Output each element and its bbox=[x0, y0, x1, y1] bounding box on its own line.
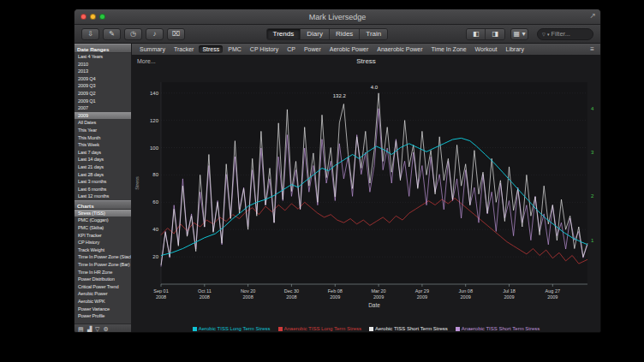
stress-chart[interactable]: 204060801001201401234Sep 012008Oct 11200… bbox=[132, 67, 601, 323]
tab-stress[interactable]: Stress bbox=[199, 45, 223, 53]
sidebar-item-last-28-days[interactable]: Last 28 days bbox=[75, 171, 131, 179]
import-activity-button[interactable]: ⇩ bbox=[81, 28, 99, 40]
sidebar-item-2009[interactable]: 2009 bbox=[75, 112, 131, 120]
svg-text:4.0: 4.0 bbox=[371, 85, 379, 90]
legend-swatch bbox=[456, 327, 460, 331]
sidebar-item-pmc-coggan[interactable]: PMC (Coggan) bbox=[75, 217, 131, 224]
sidebar-item-time-in-power-zone-bar[interactable]: Time In Power Zone (Bar) bbox=[75, 261, 131, 269]
sidebar-item-power-distribution[interactable]: Power Distribution bbox=[75, 276, 131, 283]
sidebar-item-last-14-days[interactable]: Last 14 days bbox=[75, 156, 131, 163]
sidebar-sections: Date RangesLast 4 Years201020132009 Q420… bbox=[75, 44, 131, 323]
tab-aerobic-power[interactable]: Aerobic Power bbox=[326, 45, 373, 53]
legend-swatch bbox=[369, 327, 373, 331]
svg-text:Date: Date bbox=[368, 302, 380, 308]
tab-library[interactable]: Library bbox=[503, 45, 528, 53]
svg-text:2: 2 bbox=[591, 193, 594, 199]
sidebar-item-track-weight[interactable]: Track Weight bbox=[75, 246, 131, 254]
filter-panel-icon[interactable]: ▽ bbox=[95, 326, 99, 332]
sidebar-item-this-year[interactable]: This Year bbox=[75, 127, 131, 134]
tab-time-in-zone[interactable]: Time In Zone bbox=[428, 45, 470, 53]
tab-tracker[interactable]: Tracker bbox=[170, 45, 197, 53]
window-title: Mark Liversedge bbox=[309, 13, 367, 21]
svg-text:2009: 2009 bbox=[461, 294, 471, 300]
sidebar-item-time-in-power-zone-stacked[interactable]: Time In Power Zone (Stacked) bbox=[75, 253, 131, 261]
legend-item-aerobic-tiss-short-term-stress[interactable]: Aerobic TISS Short Term Stress bbox=[369, 326, 448, 331]
timer-button[interactable]: ◷ bbox=[124, 28, 142, 40]
tab-anaerobic-power[interactable]: Anaerobic Power bbox=[373, 45, 426, 53]
view-train[interactable]: Train bbox=[360, 29, 387, 39]
sidebar-section-charts[interactable]: Charts bbox=[75, 200, 131, 210]
svg-text:80: 80 bbox=[152, 172, 158, 177]
tab-cp-history[interactable]: CP History bbox=[247, 45, 282, 53]
tabbar: SummaryTrackerStressPMCCP HistoryCPPower… bbox=[132, 44, 600, 56]
sidebar-item-power-profile[interactable]: Power Profile bbox=[75, 312, 131, 320]
tab-summary[interactable]: Summary bbox=[136, 45, 169, 53]
sidebar-item-last-21-days[interactable]: Last 21 days bbox=[75, 163, 131, 171]
sidebar-item-this-month[interactable]: This Month bbox=[75, 134, 131, 142]
legend-label: Aerobic TISS Short Term Stress bbox=[375, 326, 448, 331]
calendar-panel-icon[interactable]: ▤ bbox=[78, 326, 84, 332]
sidebar-item-2009-q2[interactable]: 2009 Q2 bbox=[75, 90, 131, 98]
filter-field[interactable]: ▽ ▾ bbox=[537, 28, 593, 40]
tab-pmc[interactable]: PMC bbox=[224, 45, 245, 53]
tab-cp[interactable]: CP bbox=[283, 45, 299, 53]
audio-button[interactable]: ♪ bbox=[146, 28, 164, 40]
charts-panel-icon[interactable]: ▟ bbox=[87, 326, 92, 332]
fullscreen-icon[interactable]: ↗ bbox=[589, 11, 596, 20]
toggle-lowbar-button[interactable]: ◨ bbox=[486, 29, 504, 39]
sidebar-item-critical-power-trend[interactable]: Critical Power Trend bbox=[75, 283, 131, 291]
sidebar-item-last-12-months[interactable]: Last 12 months bbox=[75, 193, 131, 200]
view-rides[interactable]: Rides bbox=[330, 29, 360, 39]
svg-text:2009: 2009 bbox=[417, 294, 427, 300]
sidebar-item-power-variance[interactable]: Power Variance bbox=[75, 306, 131, 313]
svg-text:3: 3 bbox=[591, 150, 594, 155]
legend-item-anaerobic-tiss-long-term-stress[interactable]: Anaerobic TISS Long Term Stress bbox=[278, 326, 362, 331]
settings-panel-icon[interactable]: ⚙ bbox=[103, 326, 108, 332]
svg-text:4: 4 bbox=[591, 106, 594, 111]
sidebar-item-2013[interactable]: 2013 bbox=[75, 68, 131, 75]
sidebar-item-last-7-days[interactable]: Last 7 days bbox=[75, 149, 131, 157]
svg-text:2009: 2009 bbox=[504, 294, 514, 300]
legend-label: Anaerobic TISS Short Term Stress bbox=[462, 326, 540, 331]
svg-text:Nov 20: Nov 20 bbox=[241, 288, 255, 294]
view-diary[interactable]: Diary bbox=[301, 29, 330, 39]
sidebar-item-2010[interactable]: 2010 bbox=[75, 61, 131, 68]
tab-menu-icon[interactable]: ≡ bbox=[587, 45, 597, 53]
legend-item-aerobic-tiss-long-term-stress[interactable]: Aerobic TISS Long Term Stress bbox=[193, 326, 271, 331]
filter-input[interactable] bbox=[551, 30, 588, 38]
sidebar-item-stress-tiss[interactable]: Stress (TISS) bbox=[75, 210, 131, 217]
svg-text:Dec 30: Dec 30 bbox=[284, 288, 299, 294]
legend-item-anaerobic-tiss-short-term-stress[interactable]: Anaerobic TISS Short Term Stress bbox=[456, 326, 540, 331]
svg-text:Mar 20: Mar 20 bbox=[372, 288, 386, 294]
titlebar[interactable]: Mark Liversedge ↗ bbox=[75, 9, 600, 25]
sidebar-item-this-week[interactable]: This Week bbox=[75, 141, 131, 149]
view-trends[interactable]: Trends bbox=[267, 29, 301, 39]
sidebar-item-all-dates[interactable]: All Dates bbox=[75, 119, 131, 127]
sidebar-item-time-in-hr-zone[interactable]: Time In HR Zone bbox=[75, 269, 131, 276]
svg-text:60: 60 bbox=[152, 199, 158, 205]
manual-entry-button[interactable]: ✎ bbox=[103, 28, 121, 40]
sidebar-item-cp-history[interactable]: CP History bbox=[75, 239, 131, 246]
sidebar-item-aerobic-power[interactable]: Aerobic Power bbox=[75, 290, 131, 298]
sidebar-item-kpi-tracker[interactable]: KPI Tracker bbox=[75, 232, 131, 240]
chart-settings-button[interactable]: ▦ ▾ bbox=[510, 28, 528, 40]
tab-workout[interactable]: Workout bbox=[472, 45, 501, 53]
minimize-button[interactable] bbox=[90, 14, 96, 20]
sidebar-item-2009-q1[interactable]: 2009 Q1 bbox=[75, 98, 131, 105]
legend-swatch bbox=[193, 327, 197, 331]
sidebar-item-last-6-months[interactable]: Last 6 months bbox=[75, 186, 131, 193]
delete-activity-button[interactable]: ⌧ bbox=[167, 28, 185, 40]
sidebar-item-aerobic-wpk[interactable]: Aerobic WPK bbox=[75, 298, 131, 306]
sidebar-item-pmc-skiba[interactable]: PMC (Skiba) bbox=[75, 224, 131, 232]
zoom-button[interactable] bbox=[99, 14, 105, 20]
sidebar-item-2009-q3[interactable]: 2009 Q3 bbox=[75, 82, 131, 90]
sidebar-section-date-ranges[interactable]: Date Ranges bbox=[75, 44, 131, 53]
sidebar-item-last-4-years[interactable]: Last 4 Years bbox=[75, 53, 131, 61]
toggle-sidebar-button[interactable]: ◧ bbox=[467, 29, 486, 39]
sidebar-item-2009-q4[interactable]: 2009 Q4 bbox=[75, 75, 131, 83]
sidebar-item-last-3-months[interactable]: Last 3 months bbox=[75, 178, 131, 186]
tab-power[interactable]: Power bbox=[301, 45, 325, 53]
svg-text:2008: 2008 bbox=[242, 294, 253, 300]
sidebar-item-2007[interactable]: 2007 bbox=[75, 104, 131, 112]
close-button[interactable] bbox=[80, 14, 86, 20]
